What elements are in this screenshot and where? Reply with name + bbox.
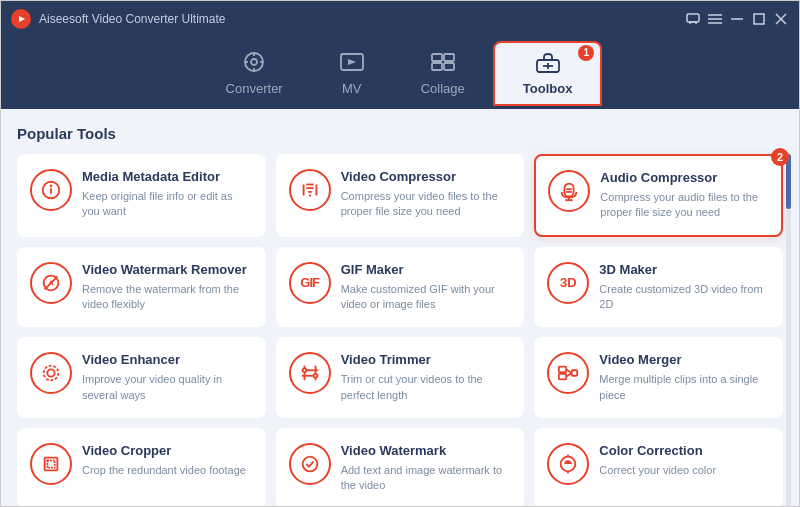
tool-video-trimmer[interactable]: Video Trimmer Trim or cut your videos to… bbox=[276, 337, 525, 418]
scrollbar-track[interactable] bbox=[786, 154, 791, 507]
svg-rect-48 bbox=[559, 367, 566, 373]
tool-desc-video-compressor: Compress your video files to the proper … bbox=[341, 189, 512, 220]
tool-desc-video-enhancer: Improve your video quality in several wa… bbox=[82, 372, 253, 403]
collage-icon bbox=[430, 51, 456, 77]
mv-label: MV bbox=[342, 81, 362, 96]
svg-rect-17 bbox=[432, 54, 442, 61]
svg-point-47 bbox=[313, 374, 317, 378]
svg-point-26 bbox=[51, 185, 52, 186]
video-enhancer-icon bbox=[30, 352, 72, 394]
title-bar-left: Aiseesoft Video Converter Ultimate bbox=[11, 9, 226, 29]
watermark-remover-icon bbox=[30, 262, 72, 304]
svg-point-46 bbox=[302, 369, 306, 373]
tool-video-merger[interactable]: Video Merger Merge multiple clips into a… bbox=[534, 337, 783, 418]
tool-gif-maker[interactable]: GIF GIF Maker Make customized GIF with y… bbox=[276, 247, 525, 328]
maximize-btn[interactable] bbox=[751, 11, 767, 27]
tool-name-audio-compressor: Audio Compressor bbox=[600, 170, 769, 187]
video-trimmer-icon bbox=[289, 352, 331, 394]
svg-rect-2 bbox=[687, 14, 699, 22]
tool-name-video-cropper: Video Cropper bbox=[82, 443, 253, 460]
tool-video-enhancer[interactable]: Video Enhancer Improve your video qualit… bbox=[17, 337, 266, 418]
video-merger-icon bbox=[547, 352, 589, 394]
menu-btn[interactable] bbox=[707, 11, 723, 27]
main-content: Popular Tools Media Metadata Editor Keep… bbox=[1, 109, 799, 507]
tools-grid: Media Metadata Editor Keep original file… bbox=[17, 154, 783, 507]
tool-name-video-trimmer: Video Trimmer bbox=[341, 352, 512, 369]
color-correction-icon bbox=[547, 443, 589, 485]
tool-3d-maker[interactable]: 3D 3D Maker Create customized 3D video f… bbox=[534, 247, 783, 328]
tool-desc-video-merger: Merge multiple clips into a single piece bbox=[599, 372, 770, 403]
app-logo bbox=[11, 9, 31, 29]
tool-desc-video-watermark: Add text and image watermark to the vide… bbox=[341, 463, 512, 494]
app-title: Aiseesoft Video Converter Ultimate bbox=[39, 12, 226, 26]
gif-maker-icon: GIF bbox=[289, 262, 331, 304]
video-compressor-icon bbox=[289, 169, 331, 211]
media-metadata-icon bbox=[30, 169, 72, 211]
tool-video-compressor[interactable]: Video Compressor Compress your video fil… bbox=[276, 154, 525, 237]
tool-name-watermark-remover: Video Watermark Remover bbox=[82, 262, 253, 279]
3d-maker-icon: 3D bbox=[547, 262, 589, 304]
tool-video-cropper[interactable]: Video Cropper Crop the redundant video f… bbox=[17, 428, 266, 507]
tool-video-watermark[interactable]: Video Watermark Add text and image water… bbox=[276, 428, 525, 507]
tool-video-watermark-remover[interactable]: Video Watermark Remover Remove the water… bbox=[17, 247, 266, 328]
tool-desc-video-trimmer: Trim or cut your videos to the perfect l… bbox=[341, 372, 512, 403]
tool-name-video-merger: Video Merger bbox=[599, 352, 770, 369]
svg-rect-20 bbox=[444, 63, 454, 70]
toolbox-nav-badge: 1 bbox=[578, 45, 594, 61]
section-title: Popular Tools bbox=[17, 125, 783, 142]
svg-rect-7 bbox=[754, 14, 764, 24]
toolbox-icon bbox=[535, 51, 561, 77]
svg-rect-54 bbox=[47, 460, 54, 467]
mv-icon bbox=[339, 51, 365, 77]
tool-desc-audio-compressor: Compress your audio files to the proper … bbox=[600, 190, 769, 221]
tool-name-video-enhancer: Video Enhancer bbox=[82, 352, 253, 369]
window-controls bbox=[685, 11, 789, 27]
tool-name-3d-maker: 3D Maker bbox=[599, 262, 770, 279]
tool-media-metadata-editor[interactable]: Media Metadata Editor Keep original file… bbox=[17, 154, 266, 237]
nav-toolbox[interactable]: 1 Toolbox bbox=[493, 41, 603, 106]
converter-icon bbox=[241, 51, 267, 77]
tool-desc-3d-maker: Create customized 3D video from 2D bbox=[599, 282, 770, 313]
tool-desc-watermark-remover: Remove the watermark from the video flex… bbox=[82, 282, 253, 313]
chat-btn[interactable] bbox=[685, 11, 701, 27]
tool-name-video-compressor: Video Compressor bbox=[341, 169, 512, 186]
svg-rect-52 bbox=[572, 371, 578, 377]
tool-desc-gif-maker: Make customized GIF with your video or i… bbox=[341, 282, 512, 313]
tools-area: Media Metadata Editor Keep original file… bbox=[17, 154, 783, 507]
tool-audio-compressor[interactable]: 2 Audio Compressor Compress your audio f… bbox=[534, 154, 783, 237]
converter-label: Converter bbox=[226, 81, 283, 96]
tool-desc-color-correction: Correct your video color bbox=[599, 463, 770, 478]
tool-desc-video-cropper: Crop the redundant video footage bbox=[82, 463, 253, 478]
tool-name-video-watermark: Video Watermark bbox=[341, 443, 512, 460]
tool-desc-media-metadata: Keep original file info or edit as you w… bbox=[82, 189, 253, 220]
video-cropper-icon bbox=[30, 443, 72, 485]
svg-point-40 bbox=[47, 370, 54, 377]
toolbox-label: Toolbox bbox=[523, 81, 573, 96]
title-bar: Aiseesoft Video Converter Ultimate bbox=[1, 1, 799, 37]
tool-name-color-correction: Color Correction bbox=[599, 443, 770, 460]
svg-rect-33 bbox=[565, 184, 574, 197]
tool-color-correction[interactable]: Color Correction Correct your video colo… bbox=[534, 428, 783, 507]
svg-line-39 bbox=[45, 276, 58, 289]
collage-label: Collage bbox=[421, 81, 465, 96]
tool-name-gif-maker: GIF Maker bbox=[341, 262, 512, 279]
close-btn[interactable] bbox=[773, 11, 789, 27]
minimize-btn[interactable] bbox=[729, 11, 745, 27]
audio-compressor-badge: 2 bbox=[771, 148, 789, 166]
nav-converter[interactable]: Converter bbox=[198, 43, 311, 104]
svg-rect-19 bbox=[432, 63, 442, 70]
nav-mv[interactable]: MV bbox=[311, 43, 393, 104]
svg-point-11 bbox=[251, 59, 257, 65]
svg-rect-49 bbox=[559, 374, 566, 380]
tool-name-media-metadata: Media Metadata Editor bbox=[82, 169, 253, 186]
video-watermark-icon bbox=[289, 443, 331, 485]
nav-bar: Converter MV Collage 1 bbox=[1, 37, 799, 109]
svg-point-41 bbox=[44, 366, 59, 381]
nav-collage[interactable]: Collage bbox=[393, 43, 493, 104]
svg-rect-18 bbox=[444, 54, 454, 61]
audio-compressor-icon bbox=[548, 170, 590, 212]
